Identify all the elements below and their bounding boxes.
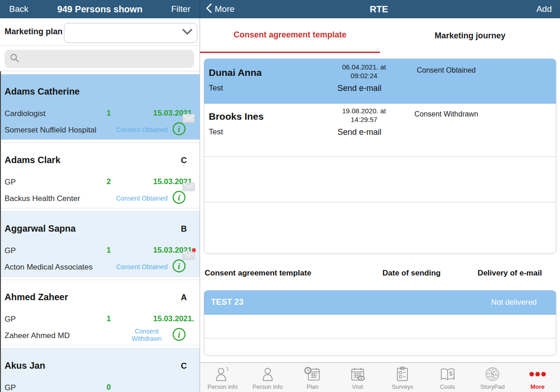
person-grade-badge: A [181, 293, 187, 302]
tabbar-label: Person info [253, 383, 283, 390]
template-subtitle: Test [209, 127, 223, 137]
surveys-icon [396, 366, 409, 383]
svg-text:$: $ [449, 370, 453, 377]
tabbar-item-person-info-1[interactable]: i Person info [200, 363, 245, 392]
app-screen: Back 949 Persons shown Filter More RTE A… [0, 0, 560, 392]
tabbar-label: Surveys [392, 383, 413, 390]
tabbar-label: StoryPad [481, 383, 505, 390]
tabbar-label: Visit [352, 383, 363, 390]
person-count: 1 [102, 246, 115, 255]
person-specialty: GP [5, 383, 16, 392]
person-organization: Somerset Nuffield Hospital [5, 126, 96, 135]
consent-status-label: Consent Obtained [116, 195, 168, 202]
tabbar-item-plan[interactable]: Plan [290, 363, 335, 392]
column-header-template: Consent agreement template [205, 269, 311, 278]
tabbar-item-more[interactable]: More [515, 363, 560, 392]
tabbar-item-person-info-2[interactable]: Person info [245, 363, 291, 392]
person-count: 2 [102, 177, 115, 186]
marketing-plan-row: Marketing plan [0, 18, 200, 46]
svg-text:S: S [491, 371, 494, 378]
person-count: 0 [102, 383, 115, 392]
template-subtitle: Test [209, 84, 223, 93]
rte-panel: Consent agreement template Marketing jou… [200, 18, 560, 392]
sending-template-name: TEST 23 [211, 297, 243, 307]
svg-text:i: i [178, 124, 180, 134]
person-organization: Acton Medical Associates [5, 263, 93, 272]
empty-sending-row [204, 315, 556, 338]
rte-tabs: Consent agreement template Marketing jou… [200, 18, 560, 53]
svg-text:i: i [178, 193, 180, 202]
person-count: 1 [102, 314, 115, 323]
tabbar-item-storypad[interactable]: S StoryPad [470, 363, 515, 392]
more-back-button[interactable]: More [206, 3, 256, 15]
template-row-brooks-ines[interactable]: Brooks Ines 19.08.2020. at14:29:57 Conse… [204, 104, 556, 156]
template-consent-status: Consent Withdrawn [396, 110, 497, 118]
person-name: Aggarwal Sapna [5, 223, 76, 234]
template-person-name: Dunai Anna [209, 67, 262, 78]
person-name: Adams Catherine [5, 86, 80, 97]
consent-status-label: Consent Obtained [116, 126, 168, 133]
person-row-aggarwal-sapna[interactable]: Aggarwal Sapna B GP 1 15.03.2021. Acton … [0, 211, 200, 277]
svg-text:i: i [178, 261, 180, 271]
tab-consent-agreement-template[interactable]: Consent agreement template [200, 18, 380, 53]
person-grade-badge: B [181, 224, 187, 234]
info-icon[interactable]: i [172, 259, 186, 273]
template-person-name: Brooks Ines [209, 111, 264, 122]
marketing-plan-dropdown[interactable] [64, 23, 197, 43]
tabbar-label: Person info [207, 383, 238, 390]
sending-row-test-23[interactable]: TEST 23 Not delivered [204, 291, 556, 315]
visit-calendar-icon [349, 366, 366, 383]
left-navbar: Back 949 Persons shown Filter [0, 0, 200, 18]
sendings-table-header: Consent agreement template Date of sendi… [200, 267, 560, 281]
person-row-ahmed-zaheer[interactable]: Ahmed Zaheer A GP 1 15.03.2021. Zaheer A… [0, 280, 200, 345]
person-row-akus-jan[interactable]: Akus Jan C GP 0 Jan J Akus MD i [0, 348, 200, 392]
person-organization: Backus Health Center [5, 194, 80, 203]
tabbar-item-costs[interactable]: $ Costs [425, 363, 470, 392]
person-icon [261, 366, 275, 383]
tabbar-item-surveys[interactable]: Surveys [380, 363, 425, 392]
person-specialty: Cardiologist [5, 109, 46, 118]
info-icon[interactable]: i [172, 122, 186, 136]
filter-button[interactable]: Filter [158, 4, 190, 14]
template-row-dunai-anna[interactable]: Dunai Anna 06.04.2021. at09:02:24 Consen… [204, 59, 556, 104]
send-email-button[interactable]: Send e-mail [338, 127, 381, 137]
template-consent-status: Consent Obtained [396, 66, 497, 74]
chevron-down-icon [182, 29, 197, 37]
person-info-icon: i [215, 366, 230, 383]
storypad-icon: S [485, 366, 500, 383]
person-row-adams-catherine[interactable]: Adams Catherine Cardiologist 1 15.03.202… [0, 74, 200, 140]
person-name: Akus Jan [5, 360, 45, 371]
send-email-button[interactable]: Send e-mail [338, 84, 381, 93]
person-row-adams-clark[interactable]: Adams Clark C GP 2 15.03.2021. Backus He… [0, 143, 200, 208]
search-input[interactable] [5, 50, 194, 68]
info-icon[interactable]: i [172, 328, 186, 341]
back-button[interactable]: Back [9, 4, 41, 14]
marketing-plan-label: Marketing plan [5, 27, 63, 37]
sendings-card: TEST 23 Not delivered [204, 290, 556, 356]
notification-dot [192, 248, 196, 252]
person-date: 15.03.2021. [153, 314, 194, 323]
person-grade-badge: C [181, 361, 187, 371]
panel-divider [200, 0, 200, 392]
back-chevron-icon [206, 3, 212, 15]
more-back-label: More [215, 4, 234, 14]
tab-marketing-journey[interactable]: Marketing journey [380, 18, 560, 53]
consent-templates-card: Dunai Anna 06.04.2021. at09:02:24 Consen… [204, 58, 556, 254]
tabbar-label: Costs [440, 383, 455, 390]
consent-status-label: Consent Withdrawn [121, 328, 172, 342]
costs-icon: $ [439, 366, 456, 383]
person-count: 1 [102, 109, 115, 118]
person-specialty: GP [5, 315, 16, 324]
tabbar-item-visit[interactable]: Visit [335, 363, 380, 392]
bottom-tabbar: i Person info Person info Plan [200, 362, 560, 392]
empty-template-row [204, 202, 556, 254]
add-button[interactable]: Add [502, 4, 552, 14]
person-name: Adams Clark [5, 155, 60, 165]
person-list: Adams Catherine Cardiologist 1 15.03.202… [0, 71, 200, 392]
info-icon[interactable]: i [172, 191, 186, 204]
svg-text:i: i [178, 330, 180, 339]
person-organization: Zaheer Ahmed MD [5, 331, 70, 340]
scroll-indicator[interactable] [0, 71, 1, 392]
more-icon [528, 366, 547, 383]
search-row [0, 46, 200, 71]
